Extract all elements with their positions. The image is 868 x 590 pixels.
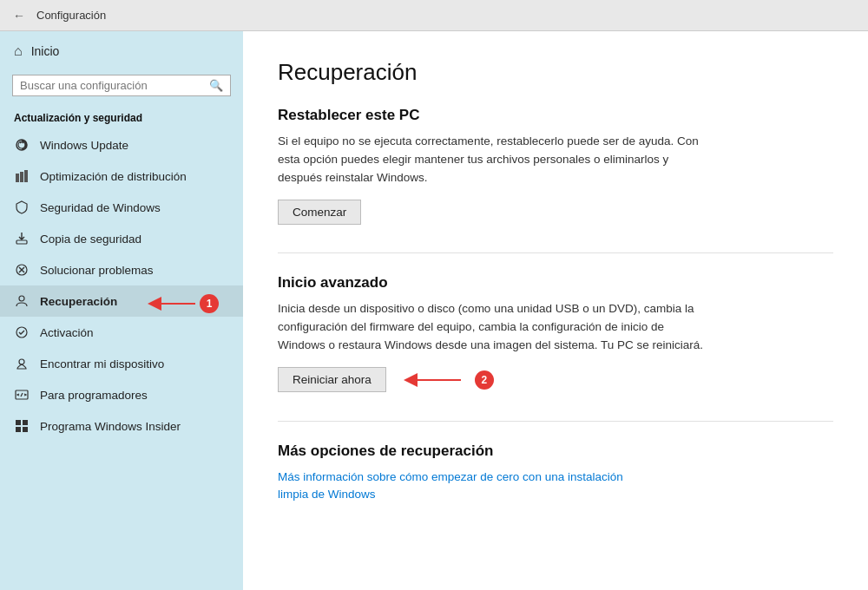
svg-rect-16 (23, 427, 28, 432)
solucionar-icon (14, 262, 30, 278)
activacion-icon (14, 324, 30, 340)
sidebar: ⌂ Inicio 🔍 Actualización y seguridad Win… (0, 31, 243, 590)
reset-title: Restablecer este PC (278, 107, 833, 124)
reiniciar-button[interactable]: Reiniciar ahora (278, 367, 386, 392)
sidebar-item-insider[interactable]: Programa Windows Insider (0, 410, 243, 442)
optimizacion-label: Optimización de distribución (40, 170, 187, 183)
svg-point-10 (19, 359, 24, 364)
badge-1: 1 (200, 294, 219, 313)
activacion-label: Activación (40, 326, 94, 339)
section-reset: Restablecer este PC Si el equipo no se e… (278, 107, 833, 225)
mas-title: Más opciones de recuperación (278, 442, 833, 460)
badge-2: 2 (475, 370, 494, 390)
search-input[interactable] (20, 79, 204, 92)
windows-update-icon (14, 137, 30, 153)
sidebar-item-seguridad[interactable]: Seguridad de Windows (0, 192, 243, 223)
sidebar-section-title: Actualización y seguridad (0, 105, 243, 129)
svg-rect-15 (16, 427, 21, 432)
section-mas: Más opciones de recuperación Más informa… (278, 442, 833, 504)
avanzado-desc: Inicia desde un dispositivo o disco (com… (278, 300, 712, 355)
back-button[interactable]: ← (10, 7, 28, 24)
page-title: Recuperación (278, 59, 833, 86)
content-area: Recuperación Restablecer este PC Si el e… (243, 31, 868, 590)
recuperacion-label: Recuperación (40, 295, 117, 308)
seguridad-label: Seguridad de Windows (40, 201, 161, 214)
svg-point-8 (19, 296, 24, 301)
svg-rect-1 (16, 174, 19, 182)
section-avanzado: Inicio avanzado Inicia desde un disposit… (278, 274, 833, 393)
arrow-1-svg (148, 291, 200, 317)
avanzado-title: Inicio avanzado (278, 274, 833, 292)
app-title: Configuración (36, 9, 106, 22)
mas-link[interactable]: Más información sobre cómo empezar de ce… (278, 469, 642, 504)
inicio-label: Inicio (31, 44, 60, 58)
insider-icon (14, 418, 30, 434)
sidebar-item-solucionar[interactable]: Solucionar problemas (0, 254, 243, 285)
programadores-label: Para programadores (40, 389, 148, 402)
copia-label: Copia de seguridad (40, 233, 141, 246)
sidebar-item-programadores[interactable]: Para programadores (0, 379, 243, 410)
sidebar-item-inicio[interactable]: ⌂ Inicio (0, 31, 243, 71)
sidebar-item-windows-update[interactable]: Windows Update (0, 129, 243, 161)
title-bar: ← Configuración (0, 0, 868, 31)
seguridad-icon (14, 200, 30, 215)
main-window: ⌂ Inicio 🔍 Actualización y seguridad Win… (0, 31, 868, 590)
reiniciar-row: Reiniciar ahora 2 (278, 367, 833, 393)
sidebar-item-optimizacion[interactable]: Optimización de distribución (0, 161, 243, 192)
svg-rect-14 (23, 420, 28, 425)
svg-rect-4 (16, 240, 27, 244)
svg-rect-2 (20, 172, 23, 182)
recuperacion-icon (14, 293, 30, 309)
search-box[interactable]: 🔍 (12, 75, 231, 96)
reset-desc: Si el equipo no se ejecuta correctamente… (278, 133, 712, 187)
svg-point-9 (16, 327, 27, 338)
arrow-2-svg (400, 367, 470, 393)
divider-2 (278, 421, 833, 422)
sidebar-item-recuperacion-wrapper: Recuperación 1 (0, 285, 243, 317)
optimizacion-icon (14, 168, 30, 184)
svg-line-12 (21, 393, 23, 397)
svg-rect-13 (16, 420, 21, 425)
windows-update-label: Windows Update (40, 139, 128, 152)
divider-1 (278, 252, 833, 253)
home-icon: ⌂ (14, 43, 23, 59)
encontrar-label: Encontrar mi dispositivo (40, 357, 164, 370)
sidebar-item-encontrar[interactable]: Encontrar mi dispositivo (0, 348, 243, 379)
search-icon: 🔍 (209, 79, 223, 92)
encontrar-icon (14, 356, 30, 371)
programadores-icon (14, 387, 30, 403)
comenzar-button[interactable]: Comenzar (278, 200, 361, 225)
sidebar-item-copia[interactable]: Copia de seguridad (0, 223, 243, 254)
solucionar-label: Solucionar problemas (40, 264, 154, 277)
annotation-1: 1 (148, 291, 219, 317)
insider-label: Programa Windows Insider (40, 420, 181, 433)
annotation-2: 2 (400, 367, 494, 393)
copia-icon (14, 231, 30, 246)
sidebar-item-activacion[interactable]: Activación (0, 317, 243, 348)
svg-rect-3 (24, 170, 28, 182)
